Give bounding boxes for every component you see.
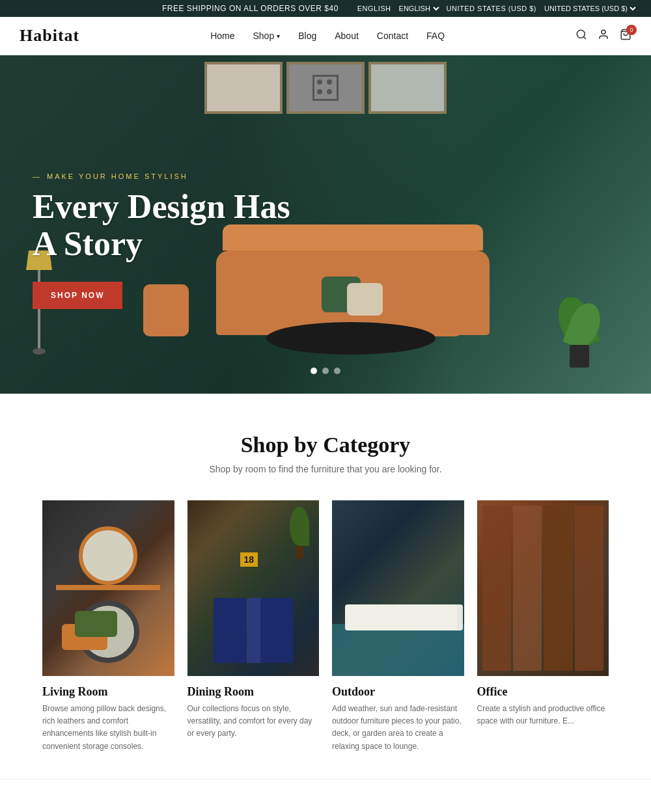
search-icon [575,29,587,40]
hero-dot-3[interactable] [334,368,340,374]
top-bar: FREE SHIPPING ON ALL ORDERS OVER $40 ENG… [0,0,651,17]
living-room-visual [42,500,174,676]
nav-faq[interactable]: FAQ [426,31,445,41]
language-select[interactable]: ENGLISH [396,4,441,13]
dining-plant-body [290,507,309,546]
plant-pot [570,345,589,368]
main-nav: Home Shop Blog About Contact FAQ [210,30,445,42]
category-outdoor: Outdoor Add weather, sun and fade-resist… [332,500,477,753]
office-visual [477,500,609,676]
dining-plant [286,507,312,559]
account-button[interactable] [598,29,609,44]
cart-button[interactable]: 0 [620,29,631,44]
svg-line-1 [583,36,585,38]
brands-section: ⊛ JARDAN vitra. Allermuir MOROSO ™ Forty… [0,779,651,812]
svg-point-0 [577,30,585,38]
panel-4 [575,506,603,671]
panel-3 [544,506,572,671]
lamp-base [33,348,46,355]
currency-select[interactable]: UNITED STATES (USD $) [542,4,638,13]
table-number: 18 [240,552,258,567]
category-section-subtitle: Shop by room to find the furniture that … [0,464,651,474]
category-outdoor-image[interactable] [332,500,464,676]
category-living-room-image[interactable] [42,500,174,676]
currency-label: UNITED STATES (USD $) [447,5,536,12]
header: Habitat Home Shop Blog About Contact FAQ… [0,17,651,55]
hero-title: Every Design Has A Story [33,188,306,262]
header-icons: 0 [575,29,631,44]
hero-content: MAKE YOUR HOME STYLISH Every Design Has … [33,172,306,309]
svg-point-2 [602,30,605,34]
living-room-desc: Browse among pillow back designs, rich l… [42,703,174,753]
dining-plant-stem [296,546,303,559]
shop-now-button[interactable]: SHOP NOW [33,282,122,309]
category-dining-room-image[interactable]: 18 [187,500,320,676]
announcement-text: FREE SHIPPING ON ALL ORDERS OVER $40 [143,4,357,13]
living-room-name: Living Room [42,685,174,699]
category-dining-room: 18 Dining Room Our collections focus on … [187,500,333,753]
dining-chair-1 [214,598,246,663]
language-label: ENGLISH [357,5,391,12]
category-office: Office Create a stylish and productive o… [477,500,609,753]
nav-about[interactable]: About [335,31,359,41]
logo[interactable]: Habitat [20,26,79,46]
category-living-room: Living Room Browse among pillow back des… [42,500,187,753]
outdoor-name: Outdoor [332,685,464,699]
office-name: Office [477,685,609,699]
nav-blog[interactable]: Blog [298,31,316,41]
art-frame-3 [368,62,447,114]
pillow-2 [347,283,383,316]
hero-dot-1[interactable] [311,368,317,374]
pool-water [332,624,464,676]
green-cushion [75,611,117,637]
top-bar-right: ENGLISH ENGLISH UNITED STATES (USD $) UN… [357,4,638,13]
category-grid: Living Room Browse among pillow back des… [0,500,651,753]
panel-2 [513,506,542,671]
art-frame-1 [204,62,283,114]
hero-section: MAKE YOUR HOME STYLISH Every Design Has … [0,55,651,394]
art-frame-2 [286,62,365,114]
dining-chair-3 [260,598,293,663]
cart-badge: 0 [626,25,637,35]
dining-room-visual: 18 [187,500,320,676]
outdoor-desc: Add weather, sun and fade-resistant outd… [332,703,464,753]
search-button[interactable] [575,29,587,44]
coffee-table [266,322,436,355]
category-office-image[interactable] [477,500,609,676]
user-icon [598,29,609,40]
hero-dot-2[interactable] [322,368,329,374]
sofa-arm-right [417,284,462,336]
category-section-title: Shop by Category [0,433,651,457]
hero-dots [311,368,340,374]
hero-subtitle: MAKE YOUR HOME STYLISH [33,172,306,180]
office-desc: Create a stylish and productive office s… [477,703,609,727]
plant [560,290,599,368]
shop-by-category-section: Shop by Category Shop by room to find th… [0,394,651,779]
wood-panels [477,500,609,676]
nav-contact[interactable]: Contact [377,31,408,41]
panel-1 [482,506,511,671]
art-frames [204,62,447,114]
dining-room-desc: Our collections focus on style, versatil… [187,703,320,740]
dining-room-name: Dining Room [187,685,320,699]
nav-shop[interactable]: Shop [253,31,281,41]
outdoor-visual [332,500,464,676]
mirror [79,526,137,585]
nav-home[interactable]: Home [210,31,234,41]
outdoor-chair-3 [379,604,457,630]
shelf [56,585,160,590]
